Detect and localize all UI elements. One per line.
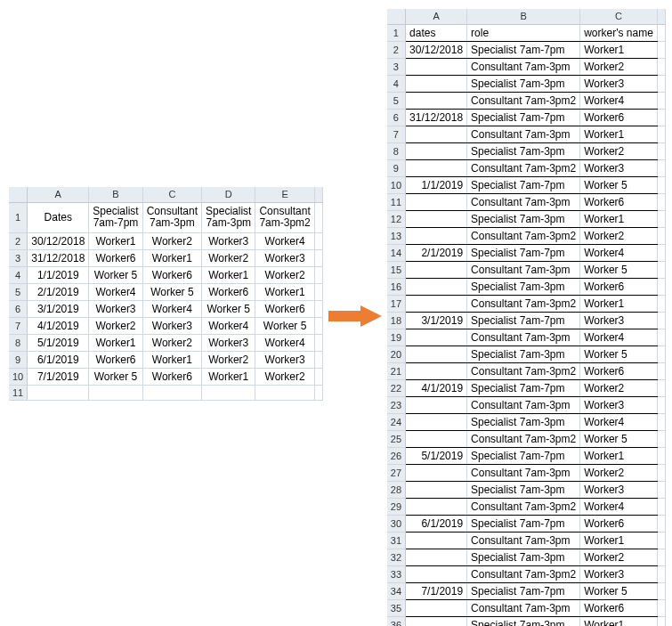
worker-cell[interactable]: Worker2 xyxy=(580,464,658,481)
role-cell[interactable]: Consultant 7am-3pm2 xyxy=(467,159,580,176)
worker-cell[interactable]: Worker1 xyxy=(580,41,658,58)
cell-empty[interactable] xyxy=(314,368,322,385)
cell-empty[interactable] xyxy=(657,295,665,312)
date-cell[interactable] xyxy=(406,126,467,142)
role-cell[interactable]: Consultant 7am-3pm2 xyxy=(467,227,580,244)
worker-cell[interactable]: Worker2 xyxy=(255,368,314,385)
date-cell[interactable] xyxy=(406,261,467,278)
row-header[interactable]: 18 xyxy=(387,312,406,329)
worker-cell[interactable]: Worker3 xyxy=(142,317,201,334)
cell-empty[interactable] xyxy=(657,396,665,413)
date-cell[interactable] xyxy=(406,413,467,430)
role-cell[interactable]: Specialist 7am-7pm xyxy=(467,582,580,599)
role-cell[interactable]: Specialist 7am-3pm xyxy=(467,75,580,92)
worker-cell[interactable]: Worker3 xyxy=(580,565,658,582)
row-header[interactable]: 29 xyxy=(387,498,406,515)
date-cell[interactable]: 1/1/2019 xyxy=(28,266,89,283)
date-cell[interactable]: 3/1/2019 xyxy=(28,300,89,317)
row-header[interactable]: 17 xyxy=(387,295,406,312)
worker-cell[interactable]: Worker1 xyxy=(580,210,658,227)
cell-empty[interactable] xyxy=(657,24,665,41)
role-cell[interactable]: Specialist 7am-7pm xyxy=(467,447,580,464)
cell-empty[interactable] xyxy=(657,599,665,616)
cell-empty[interactable] xyxy=(142,385,201,400)
row-header[interactable]: 13 xyxy=(387,227,406,244)
role-header-cell[interactable]: Consultant7am-3pm2 xyxy=(255,202,314,232)
worker-cell[interactable]: Worker1 xyxy=(580,447,658,464)
cell-empty[interactable] xyxy=(657,58,665,75)
worker-cell[interactable]: Worker 5 xyxy=(89,368,142,385)
worker-cell[interactable]: Worker 5 xyxy=(580,582,658,599)
worker-cell[interactable]: Worker6 xyxy=(142,266,201,283)
role-cell[interactable]: Specialist 7am-3pm xyxy=(467,346,580,362)
date-cell[interactable]: 4/1/2019 xyxy=(406,379,467,396)
date-cell[interactable] xyxy=(406,329,467,346)
cell-empty[interactable] xyxy=(657,616,665,626)
worker-cell[interactable]: Worker3 xyxy=(202,232,255,249)
worker-cell[interactable]: Worker6 xyxy=(89,249,142,266)
date-cell[interactable]: 6/1/2019 xyxy=(406,515,467,532)
worker-cell[interactable]: Worker1 xyxy=(580,532,658,549)
worker-cell[interactable]: Worker2 xyxy=(580,227,658,244)
worker-cell[interactable]: Worker1 xyxy=(580,295,658,312)
date-cell[interactable] xyxy=(406,295,467,312)
row-header[interactable]: 36 xyxy=(387,616,406,626)
cell-empty[interactable] xyxy=(657,227,665,244)
row-header[interactable]: 19 xyxy=(387,329,406,346)
row-header[interactable]: 21 xyxy=(387,362,406,379)
worker-cell[interactable]: Worker1 xyxy=(580,616,658,626)
cell-empty[interactable] xyxy=(657,362,665,379)
worker-cell[interactable]: Worker1 xyxy=(142,249,201,266)
worker-cell[interactable]: Worker6 xyxy=(580,599,658,616)
cell-empty[interactable] xyxy=(202,385,255,400)
worker-cell[interactable]: Worker3 xyxy=(255,351,314,368)
role-cell[interactable]: Specialist 7am-7pm xyxy=(467,109,580,126)
row-header[interactable]: 11 xyxy=(9,385,28,400)
cell-empty[interactable] xyxy=(657,244,665,261)
worker-cell[interactable]: Worker2 xyxy=(202,351,255,368)
worker-cell[interactable]: Worker3 xyxy=(580,159,658,176)
row-header[interactable]: 34 xyxy=(387,582,406,599)
row-header[interactable]: 6 xyxy=(9,300,28,317)
role-cell[interactable]: Consultant 7am-3pm xyxy=(467,126,580,142)
row-header[interactable]: 20 xyxy=(387,346,406,362)
role-cell[interactable]: Specialist 7am-7pm xyxy=(467,244,580,261)
row-header[interactable]: 5 xyxy=(387,92,406,109)
date-cell[interactable] xyxy=(406,227,467,244)
worker-cell[interactable]: Worker1 xyxy=(202,368,255,385)
worker-cell[interactable]: Worker 5 xyxy=(580,430,658,447)
role-cell[interactable]: Specialist 7am-7pm xyxy=(467,176,580,193)
cell-empty[interactable] xyxy=(657,261,665,278)
role-cell[interactable]: Consultant 7am-3pm2 xyxy=(467,92,580,109)
worker-cell[interactable]: Worker6 xyxy=(89,351,142,368)
cell-empty[interactable] xyxy=(657,41,665,58)
role-cell[interactable]: Specialist 7am-3pm xyxy=(467,616,580,626)
cell-empty[interactable] xyxy=(314,266,322,283)
column-header[interactable]: A xyxy=(28,187,89,202)
role-cell[interactable]: Consultant 7am-3pm2 xyxy=(467,295,580,312)
worker-cell[interactable]: Worker6 xyxy=(255,300,314,317)
worker-cell[interactable]: Worker4 xyxy=(142,300,201,317)
worker-cell[interactable]: Worker6 xyxy=(580,515,658,532)
row-header[interactable]: 9 xyxy=(9,351,28,368)
cell-empty[interactable] xyxy=(255,385,314,400)
row-header[interactable]: 11 xyxy=(387,193,406,210)
role-cell[interactable]: Consultant 7am-3pm xyxy=(467,599,580,616)
row-header[interactable]: 6 xyxy=(387,109,406,126)
row-header[interactable]: 5 xyxy=(9,283,28,300)
date-cell[interactable]: 5/1/2019 xyxy=(406,447,467,464)
cell-empty[interactable] xyxy=(314,300,322,317)
cell-empty[interactable] xyxy=(657,92,665,109)
cell-empty[interactable] xyxy=(314,317,322,334)
date-cell[interactable] xyxy=(406,549,467,565)
worker-cell[interactable]: Worker3 xyxy=(580,75,658,92)
role-cell[interactable]: Consultant 7am-3pm xyxy=(467,329,580,346)
worker-cell[interactable]: Worker4 xyxy=(255,232,314,249)
role-cell[interactable]: Specialist 7am-3pm xyxy=(467,413,580,430)
row-header[interactable]: 10 xyxy=(9,368,28,385)
row-header[interactable]: 4 xyxy=(9,266,28,283)
worker-cell[interactable]: Worker6 xyxy=(580,362,658,379)
worker-cell[interactable]: Worker6 xyxy=(202,283,255,300)
cell-empty[interactable] xyxy=(657,532,665,549)
worker-cell[interactable]: Worker 5 xyxy=(580,261,658,278)
